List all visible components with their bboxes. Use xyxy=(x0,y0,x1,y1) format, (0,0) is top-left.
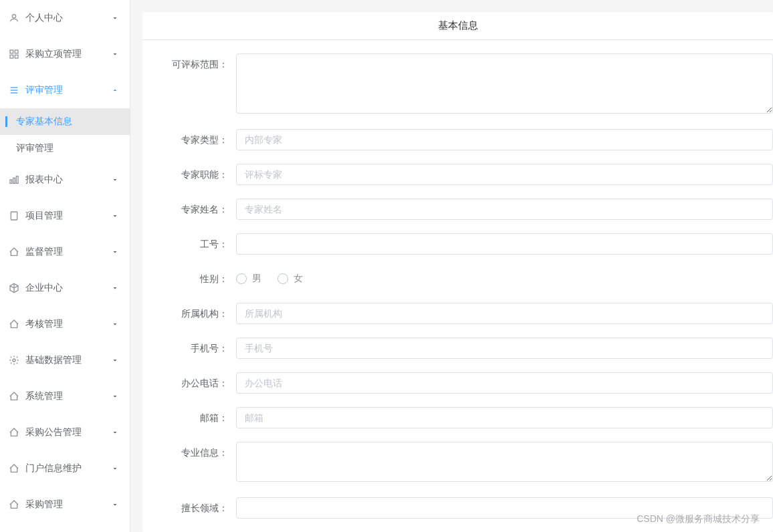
cube-icon xyxy=(8,282,20,294)
expert-role-input[interactable] xyxy=(236,164,773,185)
sidebar-item-report-center[interactable]: 报表中心 xyxy=(0,162,130,198)
radio-label: 女 xyxy=(294,273,303,285)
tab-label: 基本信息 xyxy=(438,19,478,32)
list-icon xyxy=(8,84,20,96)
field-label: 所属机构： xyxy=(142,303,236,324)
sidebar-item-supervision-mgmt[interactable]: 监督管理 xyxy=(0,234,130,270)
chevron-down-icon xyxy=(111,248,119,256)
radio-circle-icon xyxy=(278,273,288,284)
sidebar-item-label: 采购管理 xyxy=(25,499,111,511)
field-label: 邮箱： xyxy=(142,407,236,428)
office-phone-input[interactable] xyxy=(236,372,773,394)
house-icon xyxy=(8,499,20,511)
house-icon xyxy=(8,390,20,402)
submenu-item-review-mgmt[interactable]: 评审管理 xyxy=(0,135,130,162)
sidebar-item-base-data-mgmt[interactable]: 基础数据管理 xyxy=(0,342,130,378)
svg-point-12 xyxy=(13,359,15,362)
sidebar-item-personal-center[interactable]: 个人中心 xyxy=(0,0,130,36)
sidebar-item-system-mgmt[interactable]: 系统管理 xyxy=(0,378,130,414)
field-label: 专业信息： xyxy=(142,442,236,463)
submenu-item-label: 专家基本信息 xyxy=(16,116,72,128)
doc-icon xyxy=(8,210,20,222)
sidebar-item-procurement-notice[interactable]: 采购公告管理 xyxy=(0,414,130,450)
gear-icon xyxy=(8,354,20,366)
sidebar-item-assessment-mgmt[interactable]: 考核管理 xyxy=(0,306,130,342)
sidebar-item-procurement-project[interactable]: 采购立项管理 xyxy=(0,36,130,72)
main-content: 基本信息 可评标范围： 专家类型： 专家职能： xyxy=(130,0,773,532)
tab-basic-info[interactable]: 基本信息 xyxy=(142,12,773,39)
radio-circle-icon xyxy=(236,273,247,284)
chevron-down-icon xyxy=(111,501,119,509)
chevron-down-icon xyxy=(111,212,119,220)
form-row-expert-role: 专家职能： xyxy=(142,164,773,185)
submenu-review: 专家基本信息 评审管理 xyxy=(0,108,130,162)
svg-rect-4 xyxy=(15,55,18,58)
form-row-expert-name: 专家姓名： xyxy=(142,198,773,220)
tab-header: 基本信息 xyxy=(142,12,773,40)
sidebar-item-enterprise-center[interactable]: 企业中心 xyxy=(0,270,130,306)
form-row-bid-scope: 可评标范围： xyxy=(142,53,773,116)
chevron-down-icon xyxy=(111,284,119,292)
form-row-expertise: 擅长领域： xyxy=(142,497,773,519)
form-row-gender: 性别： 男 女 xyxy=(142,268,773,289)
chevron-down-icon xyxy=(111,464,119,473)
expert-name-input[interactable] xyxy=(236,198,773,220)
professional-info-textarea[interactable] xyxy=(236,442,773,482)
field-label: 擅长领域： xyxy=(142,497,236,519)
form-row-office-phone: 办公电话： xyxy=(142,372,773,394)
chevron-down-icon xyxy=(111,320,119,328)
field-label: 专家职能： xyxy=(142,164,236,185)
field-label: 可评标范围： xyxy=(142,53,236,75)
mobile-input[interactable] xyxy=(236,338,773,359)
form-row-email: 邮箱： xyxy=(142,407,773,428)
svg-rect-8 xyxy=(10,180,12,183)
field-label: 办公电话： xyxy=(142,372,236,394)
content-card: 基本信息 可评标范围： 专家类型： 专家职能： xyxy=(142,12,773,532)
sidebar-item-label: 项目管理 xyxy=(25,210,111,222)
sidebar-item-label: 采购公告管理 xyxy=(25,426,111,438)
form-area: 可评标范围： 专家类型： 专家职能： xyxy=(142,40,773,519)
chevron-down-icon xyxy=(111,356,119,364)
field-label: 工号： xyxy=(142,233,236,255)
chevron-down-icon xyxy=(111,176,119,184)
sidebar-item-label: 企业中心 xyxy=(25,282,111,294)
expert-type-input[interactable] xyxy=(236,129,773,150)
chevron-down-icon xyxy=(111,428,119,436)
sidebar-item-review-management[interactable]: 评审管理 xyxy=(0,72,130,108)
bid-scope-textarea[interactable] xyxy=(236,53,773,114)
gender-male-radio[interactable]: 男 xyxy=(236,273,261,285)
field-label: 性别： xyxy=(142,268,236,289)
sidebar-item-project-mgmt[interactable]: 项目管理 xyxy=(0,198,130,234)
chevron-up-icon xyxy=(111,86,119,94)
sidebar-item-portal-info[interactable]: 门户信息维护 xyxy=(0,450,130,487)
svg-rect-10 xyxy=(16,176,18,184)
form-row-employee-id: 工号： xyxy=(142,233,773,255)
sidebar-item-label: 基础数据管理 xyxy=(25,354,111,366)
sidebar-item-label: 监督管理 xyxy=(25,246,111,258)
sidebar-item-procurement-mgmt[interactable]: 采购管理 xyxy=(0,487,130,523)
expertise-input[interactable] xyxy=(236,497,773,519)
gender-female-radio[interactable]: 女 xyxy=(278,273,303,285)
svg-rect-11 xyxy=(11,212,17,220)
svg-rect-1 xyxy=(10,50,13,53)
form-row-professional-info: 专业信息： xyxy=(142,442,773,484)
submenu-item-expert-info[interactable]: 专家基本信息 xyxy=(0,108,130,135)
svg-rect-3 xyxy=(10,55,13,58)
chevron-down-icon xyxy=(111,392,119,400)
sidebar-item-label: 报表中心 xyxy=(25,174,111,186)
house-icon xyxy=(8,318,20,330)
sidebar-item-label: 个人中心 xyxy=(25,12,111,24)
radio-label: 男 xyxy=(252,273,261,285)
email-input[interactable] xyxy=(236,407,773,428)
sidebar-item-label: 考核管理 xyxy=(25,318,111,330)
sidebar-item-label: 评审管理 xyxy=(25,84,111,96)
svg-point-0 xyxy=(12,15,15,18)
submenu-item-label: 评审管理 xyxy=(16,142,53,154)
organization-input[interactable] xyxy=(236,303,773,324)
house-icon xyxy=(8,462,20,475)
gender-radio-group: 男 女 xyxy=(236,268,773,289)
svg-rect-2 xyxy=(15,50,18,53)
sidebar-item-label: 门户信息维护 xyxy=(25,462,111,475)
employee-id-input[interactable] xyxy=(236,233,773,255)
form-row-organization: 所属机构： xyxy=(142,303,773,324)
